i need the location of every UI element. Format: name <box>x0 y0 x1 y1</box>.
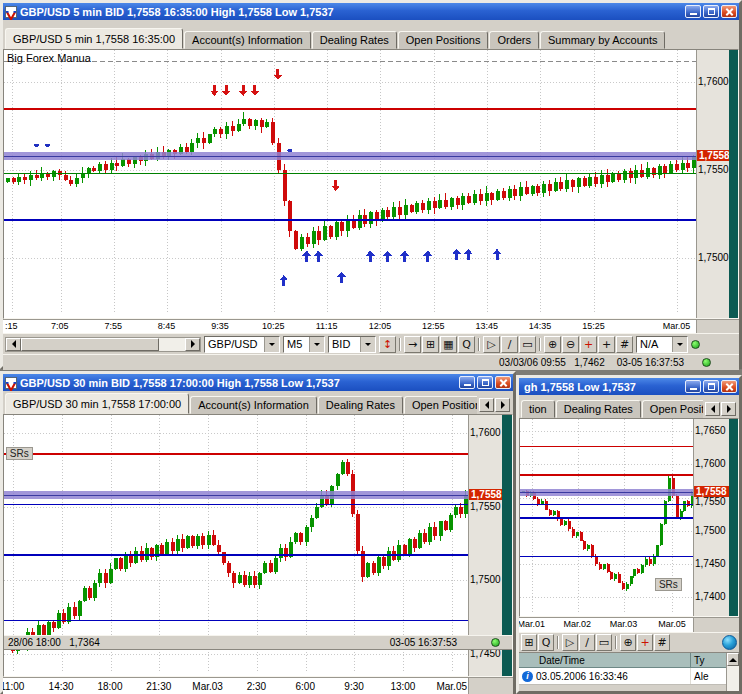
price-chart[interactable]: SRs <box>520 419 693 616</box>
time-axis[interactable]: 11:0014:3018:0021:30Mar.032:306:009:3013… <box>3 677 513 694</box>
price-axis[interactable]: 1,76001,75581,75501,7500 <box>696 50 729 318</box>
zoom-in-icon[interactable]: ⊕ <box>620 634 636 651</box>
toolbar-separator <box>399 338 401 351</box>
column-header-datetime[interactable]: Date/Time <box>519 653 691 667</box>
tab-summary-by-accounts[interactable]: Summary by Accounts <box>540 31 665 49</box>
crosshair-icon[interactable]: + <box>580 336 597 353</box>
tab-tion[interactable]: tion <box>521 400 555 418</box>
tab-bar: tionDealing RatesOpen Positions <box>519 395 739 418</box>
crosshair-icon[interactable]: + <box>637 634 653 651</box>
overlay-selector[interactable]: N/A <box>636 336 688 353</box>
chart-window-30min[interactable]: GBP/USD 30 min BID 1,7558 17:00:00 High … <box>0 371 516 694</box>
time-label: 6:00 <box>296 681 315 692</box>
tab-open-positions[interactable]: Open Positions <box>404 396 477 414</box>
alerts-table-header[interactable]: Date/Time Ty <box>519 653 739 668</box>
tab-scroll-left-button[interactable] <box>479 398 494 412</box>
restore-button[interactable] <box>703 5 719 18</box>
tab-dealing-rates[interactable]: Dealing Rates <box>312 31 397 49</box>
axis-edge-strip <box>729 419 738 616</box>
minimize-button[interactable] <box>685 5 701 18</box>
price-axis-label: 1,7500 <box>695 525 726 536</box>
close-button[interactable] <box>721 5 737 18</box>
minimize-button[interactable] <box>685 380 701 393</box>
price-axis-label: 1,7650 <box>695 425 726 436</box>
time-label: 13:00 <box>390 681 415 692</box>
titlebar[interactable]: GBP/USD 30 min BID 1,7558 17:00:00 High … <box>3 374 513 391</box>
chevron-down-icon[interactable] <box>264 337 279 352</box>
grid-icon[interactable]: ⊞ <box>422 336 439 353</box>
symbol-selector[interactable]: GBP/USD <box>204 336 280 353</box>
tab-gbp-usd-30-min-1-7558-17-00-[interactable]: GBP/USD 30 min 1,7558 17:00:00 <box>5 393 189 414</box>
price-axis-label: 1,7550 <box>698 164 729 175</box>
chevron-down-icon[interactable] <box>309 337 324 352</box>
chart-area: Big Forex Manua 1,76001,75581,75501,7500 <box>3 49 739 319</box>
table-vertical-scrollbar[interactable] <box>726 653 739 691</box>
zoom-out-icon[interactable]: ⊖ <box>562 336 579 353</box>
time-label: 14:30 <box>49 681 74 692</box>
status-bar: 28/06 18:00 1,7364 03-05 16:37:53 <box>4 635 512 650</box>
cross-marker-icon[interactable]: + <box>598 336 615 353</box>
chevron-down-icon[interactable] <box>360 337 375 352</box>
tab-scroll-right-button[interactable] <box>721 402 736 416</box>
tab-dealing-rates[interactable]: Dealing Rates <box>318 396 403 414</box>
chevron-down-icon[interactable] <box>672 337 687 352</box>
tab-scroll-left-button[interactable] <box>705 402 720 416</box>
snap-grid-icon[interactable]: # <box>654 634 670 651</box>
snap-grid-icon[interactable]: # <box>616 336 633 353</box>
minimize-button[interactable] <box>459 376 475 389</box>
price-chart[interactable]: Big Forex Manua <box>4 50 696 318</box>
time-label: Mar.05 <box>663 321 691 331</box>
bar-shift-icon[interactable]: ↕ <box>379 336 396 353</box>
scroll-to-end-icon[interactable]: → <box>404 336 421 353</box>
app-icon <box>5 377 17 389</box>
restore-button[interactable] <box>703 380 719 393</box>
tab-dealing-rates[interactable]: Dealing Rates <box>556 400 641 418</box>
rectangle-icon[interactable]: ▭ <box>596 634 612 651</box>
titlebar[interactable]: GBP/USD 5 min BID 1,7558 16:35:00 High 1… <box>3 3 739 20</box>
time-label: Mar.05 <box>658 619 686 629</box>
tab-account-s-information[interactable]: Account(s) Information <box>184 31 311 49</box>
pointer-icon[interactable]: ▷ <box>562 634 578 651</box>
scroll-right-button[interactable] <box>185 338 200 351</box>
trendline-icon[interactable]: ∕ <box>579 634 595 651</box>
price-type-selector[interactable]: BID <box>328 336 376 353</box>
close-button[interactable] <box>495 376 511 389</box>
grid-icon[interactable]: ⊞ <box>521 634 537 651</box>
close-button[interactable] <box>721 380 737 393</box>
scroll-up-button[interactable] <box>727 653 739 666</box>
restore-button[interactable] <box>477 376 493 389</box>
scrollbar-track[interactable] <box>21 338 185 351</box>
horizontal-scrollbar[interactable] <box>5 337 201 352</box>
scrollbar-thumb[interactable] <box>21 338 159 351</box>
globe-icon[interactable] <box>722 635 737 650</box>
tab-open-positions[interactable]: Open Positions <box>642 400 703 418</box>
tab-account-s-information[interactable]: Account(s) Information <box>190 396 317 414</box>
status-bar: 03/03/06 09:55 1,7462 03-05 16:37:53 <box>3 354 739 370</box>
chart-area: SRs 1,76501,76001,75581,75501,75001,7450… <box>519 418 739 617</box>
chart-window-5min[interactable]: GBP/USD 5 min BID 1,7558 16:35:00 High 1… <box>0 0 742 369</box>
zoom-in-icon[interactable]: ⊕ <box>544 336 561 353</box>
alert-row[interactable]: 03.05.2006 16:33:46 Ale <box>519 668 739 685</box>
scroll-left-button[interactable] <box>6 338 21 351</box>
time-axis[interactable]: Mar.01Mar.02Mar.03Mar.05 <box>519 617 739 632</box>
panels-icon[interactable]: ▦ <box>440 336 457 353</box>
time-label: 7:55 <box>104 321 122 331</box>
rectangle-icon[interactable]: ▭ <box>519 336 536 353</box>
connection-status-led <box>491 638 500 647</box>
quotes-icon[interactable]: Q <box>538 634 554 651</box>
mdi-workspace: gh 1,7558 Low 1,7537 tionDealing RatesOp… <box>0 0 742 694</box>
price-axis[interactable]: 1,76501,76001,75581,75501,75001,74501,74… <box>693 419 729 616</box>
time-axis[interactable]: :157:057:558:459:3510:2511:1512:0512:551… <box>3 319 739 333</box>
chart-window-right[interactable]: gh 1,7558 Low 1,7537 tionDealing RatesOp… <box>516 375 742 694</box>
tab-orders[interactable]: Orders <box>489 31 539 49</box>
tab-open-positions[interactable]: Open Positions <box>398 31 489 49</box>
time-label: 18:00 <box>97 681 122 692</box>
tab-scroll-right-button[interactable] <box>495 398 510 412</box>
quotes-icon[interactable]: Q <box>458 336 475 353</box>
titlebar[interactable]: gh 1,7558 Low 1,7537 <box>519 378 739 395</box>
trendline-icon[interactable]: ∕ <box>501 336 518 353</box>
chart-watermark: Big Forex Manua <box>7 52 91 64</box>
timeframe-selector[interactable]: M5 <box>283 336 325 353</box>
pointer-icon[interactable]: ▷ <box>483 336 500 353</box>
tab-gbp-usd-5-min-1-7558-16-35-0[interactable]: GBP/USD 5 min 1,7558 16:35:00 <box>5 28 183 49</box>
